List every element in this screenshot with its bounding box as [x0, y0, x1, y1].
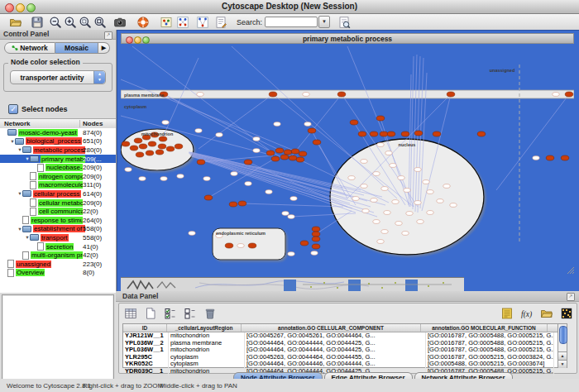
network-node[interactable]: [447, 92, 455, 97]
network-node[interactable]: [561, 155, 569, 160]
network-node-unselected[interactable]: [303, 93, 309, 97]
snapshot-icon[interactable]: [112, 15, 127, 30]
network-node-unselected[interactable]: [362, 209, 369, 213]
network-node[interactable]: [238, 201, 246, 206]
network-node[interactable]: [387, 131, 395, 136]
network-node-unselected[interactable]: [125, 168, 132, 172]
delete-attribute-icon[interactable]: [203, 306, 218, 321]
network-node[interactable]: [312, 237, 320, 241]
network-edge[interactable]: [190, 155, 350, 203]
select-attributes-icon[interactable]: [163, 306, 178, 321]
network-node-unselected[interactable]: [373, 220, 380, 224]
network-close-icon[interactable]: [126, 36, 133, 44]
network-node-unselected[interactable]: [288, 215, 294, 219]
zoom-out-icon[interactable]: [48, 15, 63, 30]
network-node[interactable]: [370, 131, 378, 136]
new-attribute-icon[interactable]: [143, 306, 158, 321]
table-row[interactable]: YKR052Ccytoplasm[GO:0044464, GO:0044446,…: [123, 361, 558, 368]
network-node[interactable]: [376, 116, 385, 121]
tree-row[interactable]: ▼biological_process651(0): [0, 137, 116, 146]
network-minimize-icon[interactable]: [134, 36, 141, 44]
network-node-unselected[interactable]: [381, 187, 388, 191]
tree-row[interactable]: ▼metabolic process280(0): [0, 146, 116, 155]
network-node[interactable]: [229, 202, 237, 207]
network-canvas[interactable]: plasma membranecytoplasmmitochondrionnuc…: [121, 44, 574, 275]
zoom-fit-icon[interactable]: [93, 15, 108, 30]
advanced-search-icon[interactable]: [337, 15, 352, 30]
network-node[interactable]: [275, 148, 284, 153]
network-node[interactable]: [312, 232, 320, 237]
column-header[interactable]: annotation.GO CELLULAR_COMPONENT: [242, 324, 421, 332]
layout-icon-1[interactable]: [175, 15, 190, 30]
network-node-unselected[interactable]: [414, 201, 421, 205]
layout-icon-2[interactable]: [195, 15, 210, 30]
network-node-unselected[interactable]: [139, 177, 146, 181]
network-node[interactable]: [156, 150, 164, 155]
network-window-titlebar[interactable]: primary metabolic process: [121, 33, 574, 44]
import-attributes-icon[interactable]: [500, 306, 514, 321]
network-node[interactable]: [134, 138, 142, 143]
network-node[interactable]: [289, 155, 297, 160]
network-node[interactable]: [175, 144, 183, 149]
network-node-unselected[interactable]: [361, 160, 367, 164]
select-nodes-checkbox[interactable]: ✓: [8, 104, 18, 114]
network-node-unselected[interactable]: [361, 184, 367, 189]
network-node[interactable]: [244, 160, 252, 165]
network-node-unselected[interactable]: [237, 244, 244, 248]
tree-row[interactable]: Overview8(0): [0, 269, 116, 278]
network-node-unselected[interactable]: [414, 168, 421, 172]
network-edge[interactable]: [161, 58, 199, 141]
network-node[interactable]: [296, 157, 304, 162]
network-node-unselected[interactable]: [177, 174, 184, 179]
network-node[interactable]: [337, 92, 346, 97]
search-dropdown-icon[interactable]: ▼: [318, 16, 330, 28]
network-node[interactable]: [204, 195, 213, 200]
help-icon[interactable]: [136, 15, 151, 30]
network-node-unselected[interactable]: [162, 121, 169, 125]
tree-row[interactable]: ▼transport558(0): [0, 233, 116, 242]
network-node-unselected[interactable]: [311, 251, 318, 256]
annotation-icon[interactable]: [159, 15, 174, 30]
table-row[interactable]: YJR121W__1mitochondrion[GO:0045267, GO:0…: [123, 332, 558, 340]
float-panel-icon[interactable]: ↗: [104, 31, 112, 40]
network-node[interactable]: [225, 243, 233, 248]
network-node-unselected[interactable]: [348, 176, 355, 180]
network-node-unselected[interactable]: [352, 197, 359, 201]
node-color-dropdown[interactable]: transporter activity ▲▼: [10, 70, 106, 84]
network-node-unselected[interactable]: [437, 199, 443, 203]
network-node[interactable]: [299, 151, 307, 156]
zoom-in-icon[interactable]: [63, 15, 78, 30]
network-node-unselected[interactable]: [216, 133, 223, 137]
table-mode-icon[interactable]: [123, 306, 138, 321]
network-node-unselected[interactable]: [266, 190, 272, 194]
network-node[interactable]: [148, 141, 156, 146]
open-attribute-file-icon[interactable]: [539, 306, 554, 321]
network-node[interactable]: [158, 144, 166, 149]
network-node-unselected[interactable]: [384, 211, 390, 215]
scroll-down-icon[interactable]: ▼: [558, 360, 567, 368]
zoom-window-icon[interactable]: [26, 3, 36, 12]
close-icon[interactable]: [5, 3, 14, 12]
network-node-unselected[interactable]: [195, 129, 202, 133]
network-node[interactable]: [280, 155, 289, 160]
save-session-icon[interactable]: [30, 15, 45, 30]
vizmapper-icon[interactable]: [213, 15, 228, 30]
network-edge[interactable]: [189, 152, 342, 189]
network-node[interactable]: [308, 128, 316, 133]
network-node-unselected[interactable]: [533, 156, 539, 160]
zoom-selected-icon[interactable]: [78, 15, 93, 30]
network-node-unselected[interactable]: [160, 177, 167, 181]
tree-row[interactable]: nucleobase-209(0): [0, 163, 116, 172]
tab-mosaic[interactable]: Mosaic: [55, 42, 98, 54]
network-node[interactable]: [291, 149, 299, 154]
network-node-unselected[interactable]: [373, 172, 380, 176]
network-edge[interactable]: [199, 94, 273, 149]
network-node[interactable]: [269, 92, 277, 97]
network-node-unselected[interactable]: [381, 230, 388, 234]
network-node-unselected[interactable]: [377, 240, 384, 244]
tab-network[interactable]: Network: [4, 42, 55, 54]
network-zoom-icon[interactable]: [142, 36, 150, 44]
tree-row[interactable]: ▼establishment of lo558(0): [0, 225, 116, 234]
network-node-unselected[interactable]: [553, 93, 559, 97]
minimize-icon[interactable]: [16, 3, 25, 12]
